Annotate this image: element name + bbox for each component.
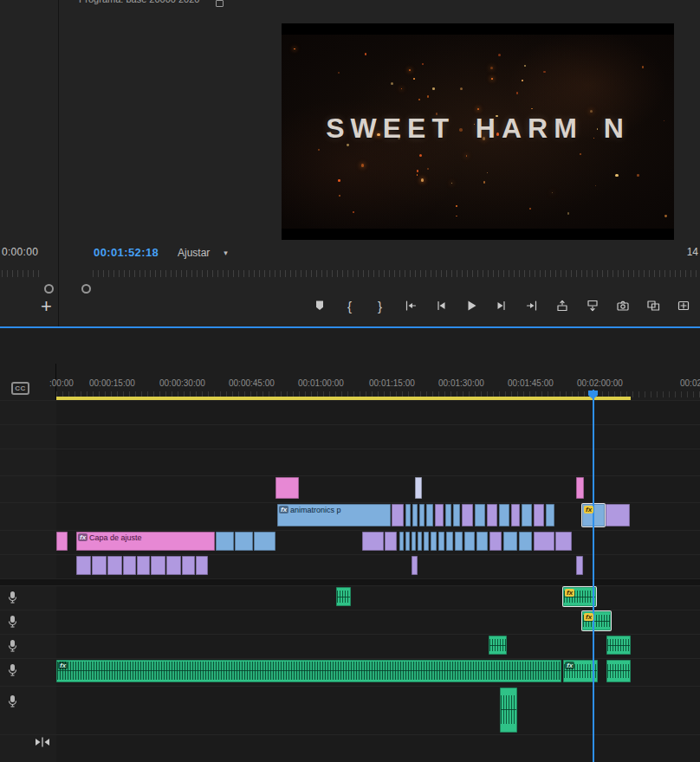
timeline-clip[interactable]	[216, 532, 234, 551]
track-lane-A5[interactable]	[56, 686, 700, 734]
timeline-clip[interactable]	[419, 504, 425, 526]
track-lane-A3[interactable]	[56, 634, 700, 658]
timeline-clip[interactable]: fxCapa de ajuste	[76, 532, 215, 551]
timeline-clip[interactable]	[487, 504, 497, 526]
fx-badge-icon[interactable]: fx	[565, 589, 574, 597]
track-lane-V5[interactable]	[56, 424, 700, 449]
track-header-V6[interactable]	[0, 400, 56, 424]
timeline-clip[interactable]	[182, 556, 195, 575]
timeline-clip[interactable]	[405, 504, 411, 526]
timeline-clip[interactable]	[435, 504, 444, 526]
timeline-clip[interactable]	[399, 532, 404, 551]
track-header-V3[interactable]	[0, 502, 56, 530]
timeline-clip[interactable]	[438, 532, 444, 551]
timeline-clip[interactable]	[576, 556, 583, 575]
timeline-clip[interactable]	[555, 532, 572, 551]
timeline-clip[interactable]	[519, 532, 532, 551]
timeline-clip[interactable]	[107, 556, 122, 575]
timeline-clip[interactable]	[476, 532, 488, 551]
fx-badge-icon[interactable]: fx	[584, 506, 593, 513]
timeline-clip[interactable]	[166, 556, 181, 575]
voiceover-record-button[interactable]	[7, 663, 18, 681]
timeline-clip[interactable]	[489, 636, 507, 655]
timeline-clip[interactable]	[362, 532, 384, 551]
timeline-clip[interactable]: fx	[56, 660, 561, 682]
voiceover-record-button[interactable]	[7, 694, 18, 712]
timeline-clip[interactable]	[503, 532, 517, 551]
timeline-clip[interactable]	[499, 504, 509, 526]
timeline-clip[interactable]	[235, 532, 253, 551]
timeline-clip[interactable]	[445, 504, 451, 526]
timeline-clip[interactable]: fx	[563, 587, 596, 606]
timeline-clip[interactable]	[151, 556, 165, 575]
track-header-V4[interactable]	[0, 475, 56, 502]
ruler-label: 00:01:45:00	[508, 378, 554, 388]
fx-badge-icon[interactable]: fx	[78, 533, 88, 541]
fx-badge-icon[interactable]: fx	[584, 613, 593, 621]
timeline-clip[interactable]	[446, 532, 453, 551]
timeline-clip[interactable]	[464, 532, 475, 551]
timeline-clip[interactable]	[489, 532, 502, 551]
timeline-clip[interactable]	[412, 504, 418, 526]
timeline-clip[interactable]	[431, 532, 437, 551]
timeline-clip[interactable]	[275, 477, 299, 499]
timeline-clip[interactable]	[412, 556, 418, 575]
timeline-clip[interactable]	[385, 532, 397, 551]
timeline-clip[interactable]	[418, 532, 422, 551]
timeline-clip[interactable]	[392, 504, 404, 526]
ruler-label: 00:01:15:00	[369, 378, 415, 388]
ruler-label: 00:02	[680, 378, 700, 388]
track-lane-V6[interactable]	[56, 400, 700, 424]
fit-sequence-icon[interactable]	[35, 735, 50, 751]
timeline-clip[interactable]	[426, 504, 433, 526]
voiceover-record-button[interactable]	[7, 591, 18, 608]
timeline-clip[interactable]	[511, 504, 520, 526]
track-lane-A6[interactable]	[56, 734, 700, 762]
voiceover-record-button[interactable]	[7, 615, 18, 632]
track-lane-V4[interactable]	[56, 475, 700, 502]
timeline-clip[interactable]	[576, 477, 584, 499]
timeline-clip[interactable]	[522, 504, 532, 526]
track-header-V4a[interactable]	[0, 449, 56, 475]
timeline-clip[interactable]	[415, 477, 422, 499]
playhead-line[interactable]	[593, 390, 594, 762]
timeline-clip[interactable]	[254, 532, 275, 551]
timeline-clip[interactable]	[475, 504, 485, 526]
captions-badge-icon[interactable]: CC	[11, 382, 29, 395]
timeline-clip[interactable]	[606, 660, 631, 682]
timeline-clip[interactable]	[137, 556, 150, 575]
timeline-clip[interactable]	[76, 556, 91, 575]
track-header-V5[interactable]	[0, 424, 56, 449]
fx-badge-icon[interactable]: fx	[58, 662, 68, 669]
track-lane-A1[interactable]	[56, 585, 700, 610]
track-header-V1[interactable]	[0, 554, 56, 578]
timeline-clip[interactable]	[453, 504, 460, 526]
timeline-clip[interactable]	[123, 556, 136, 575]
ruler-label: 00:02:00:00	[577, 378, 623, 388]
timeline-clip[interactable]	[336, 587, 351, 606]
track-header-V2[interactable]	[0, 530, 56, 554]
timeline-clip[interactable]	[412, 532, 416, 551]
ruler-label: 00:00:15:00	[89, 378, 135, 388]
timeline-content: :00:0000:00:15:0000:00:30:0000:00:45:000…	[0, 0, 700, 762]
timeline-clip[interactable]	[462, 504, 473, 526]
timeline-clip[interactable]	[196, 556, 208, 575]
timeline-clip[interactable]	[534, 532, 554, 551]
fx-badge-icon[interactable]: fx	[279, 506, 288, 513]
timeline-clip[interactable]	[56, 532, 68, 551]
timeline-clip[interactable]	[606, 504, 630, 526]
timeline-clip[interactable]	[546, 504, 554, 526]
timeline-clip[interactable]	[405, 532, 410, 551]
timeline-clip[interactable]	[500, 688, 517, 733]
timeline-clip[interactable]	[92, 556, 107, 575]
track-lane-V4a[interactable]	[56, 449, 700, 475]
voiceover-record-button[interactable]	[7, 639, 18, 656]
timeline-clip[interactable]	[455, 532, 463, 551]
timeline-clip[interactable]	[534, 504, 544, 526]
fx-badge-icon[interactable]: fx	[565, 662, 574, 669]
timeline-clip[interactable]	[424, 532, 429, 551]
ruler-label: 00:01:00:00	[298, 378, 344, 388]
timeline-clip[interactable]: fxanimatronics p	[277, 504, 391, 526]
timeline-clip[interactable]	[606, 636, 631, 655]
timeline-clip[interactable]: fx	[582, 611, 611, 630]
